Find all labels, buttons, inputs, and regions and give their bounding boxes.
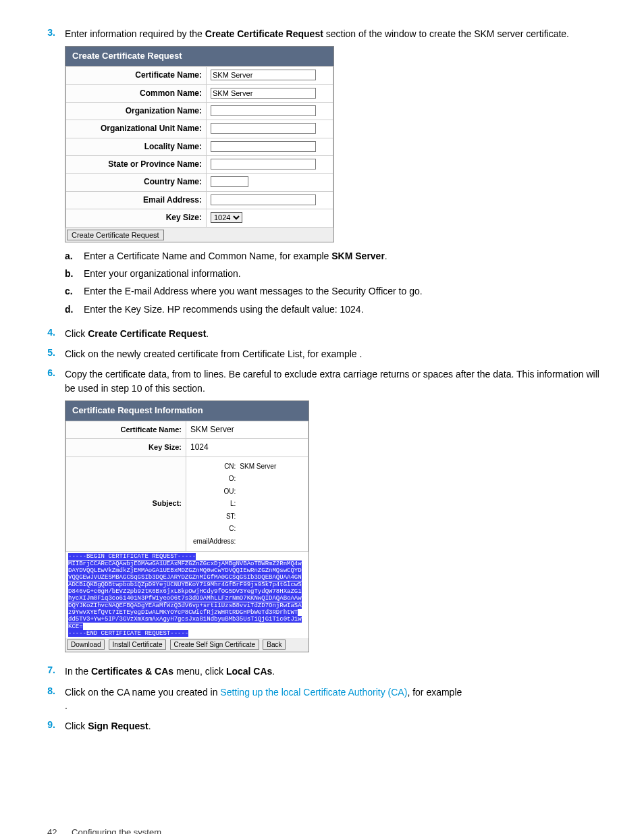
footer-title: Configuring the system <box>72 827 161 834</box>
step7-after: . <box>272 666 275 677</box>
info-label-keysize: Key Size: <box>66 439 186 457</box>
input-cert-name[interactable] <box>211 70 316 80</box>
step-3: 3. Enter information required by the Cre… <box>41 27 603 320</box>
substep-d: d. Enter the Key Size. HP recommends usi… <box>65 303 603 316</box>
step9-before: Click <box>65 721 88 731</box>
info-header: Certificate Request Information <box>65 401 308 421</box>
subject-ou <box>238 486 302 498</box>
step-6: 6. Copy the certificate data, from to li… <box>41 367 603 658</box>
step3-text-before: Enter information required by the <box>65 28 205 39</box>
info-value-keysize: 1024 <box>186 439 308 457</box>
label-email: Email Address: <box>66 191 207 209</box>
subject-c <box>238 523 302 535</box>
step-number: 4. <box>41 327 65 340</box>
subject-cn: SKM Server <box>238 461 302 473</box>
sub-num-c: c. <box>65 284 84 298</box>
info-label-subject: Subject: <box>66 457 186 552</box>
back-button[interactable]: Back <box>263 640 286 650</box>
step9-after: . <box>149 721 151 731</box>
step4-after: . <box>206 328 209 339</box>
input-ou-name[interactable] <box>211 123 316 134</box>
step-4: 4. Click Create Certificate Request. <box>41 327 603 340</box>
step-5: 5. Click on the newly created certificat… <box>41 347 603 361</box>
step-number: 7. <box>41 664 65 678</box>
step6-before: Copy the certificate data, from <box>65 369 194 380</box>
step-number: 6. <box>41 367 65 658</box>
step7-before: In the <box>65 666 91 677</box>
step4-bold: Create Certificate Request <box>88 328 206 339</box>
label-state: State or Province Name: <box>66 156 207 174</box>
step-number: 5. <box>41 347 65 361</box>
label-country: Country Name: <box>66 174 207 191</box>
subject-email <box>238 536 302 548</box>
step8-before: Click on the CA name you created in <box>65 687 220 698</box>
step-number: 3. <box>41 27 65 320</box>
step8-tail: . <box>65 700 68 711</box>
cert-pem-text[interactable]: -----BEGIN CERTIFICATE REQUEST----- MIIB… <box>65 552 308 638</box>
panel-header: Create Certificate Request <box>65 47 333 66</box>
step-8: 8. Click on the CA name you created in S… <box>41 685 603 713</box>
sub-c-text: Enter the E-mail Address where you want … <box>84 284 423 298</box>
label-keysize: Key Size: <box>66 209 207 227</box>
subject-o <box>238 473 302 485</box>
info-label-certname: Certificate Name: <box>66 421 186 438</box>
substep-a: a. Enter a Certificate Name and Common N… <box>65 249 603 263</box>
step-number: 8. <box>41 685 65 713</box>
sub-a-before: Enter a Certificate Name and Common Name… <box>84 251 331 261</box>
input-org-name[interactable] <box>211 105 316 116</box>
sub-num-d: d. <box>65 303 84 316</box>
step4-before: Click <box>65 328 88 339</box>
create-cert-request-button[interactable]: Create Certificate Request <box>67 230 164 240</box>
download-button[interactable]: Download <box>67 640 105 650</box>
self-sign-button[interactable]: Create Self Sign Certificate <box>170 640 260 650</box>
input-state[interactable] <box>211 159 316 170</box>
step3-bold: Create Certificate Request <box>205 28 323 39</box>
label-locality: Locality Name: <box>66 138 207 155</box>
subject-st <box>238 511 302 523</box>
ca-setup-link[interactable]: Setting up the local Certificate Authori… <box>220 687 407 698</box>
input-locality[interactable] <box>211 141 316 152</box>
page-number: 42 <box>47 827 57 834</box>
page-footer: 42 Configuring the system <box>41 827 603 834</box>
substep-b: b. Enter your organizational information… <box>65 267 603 280</box>
subject-l <box>238 498 302 510</box>
label-common-name: Common Name: <box>66 84 207 102</box>
step7-mid: menu, click <box>173 666 226 677</box>
info-value-certname: SKM Server <box>186 421 308 438</box>
step7-bold1: Certificates & CAs <box>91 666 173 677</box>
cert-request-info-panel: Certificate Request Information Certific… <box>65 400 309 652</box>
input-country[interactable] <box>211 176 248 187</box>
step8-after: , for example <box>407 687 462 698</box>
step7-bold2: Local CAs <box>226 666 272 677</box>
sub-b-text: Enter your organizational information. <box>84 267 241 280</box>
input-email[interactable] <box>211 194 316 205</box>
install-cert-button[interactable]: Install Certificate <box>109 640 167 650</box>
sub-num-a: a. <box>65 249 84 263</box>
step5-after: . <box>360 348 363 359</box>
sub-num-b: b. <box>65 267 84 280</box>
step5-before: Click on the newly created certificate f… <box>65 348 360 359</box>
label-cert-name: Certificate Name: <box>66 67 207 84</box>
input-common-name[interactable] <box>211 88 316 99</box>
label-org-name: Organization Name: <box>66 102 207 120</box>
sub-a-after: . <box>385 251 387 261</box>
substep-c: c. Enter the E-mail Address where you wa… <box>65 284 603 298</box>
create-cert-request-panel: Create Certificate Request Certificate N… <box>65 46 334 242</box>
step6-mid: to <box>194 369 205 380</box>
step-number: 9. <box>41 719 65 733</box>
step-7: 7. In the Certificates & CAs menu, click… <box>41 664 603 678</box>
sub-d-text: Enter the Key Size. HP recommends using … <box>84 303 364 316</box>
select-keysize[interactable]: 1024 <box>211 212 242 223</box>
label-ou-name: Organizational Unit Name: <box>66 120 207 138</box>
sub-a-bold: SKM Server <box>331 251 385 261</box>
step-9: 9. Click Sign Request. <box>41 719 603 733</box>
subject-table: CN:SKM Server O: OU: L: ST: C: emailAddr… <box>190 460 304 549</box>
step3-text-after: section of the window to create the SKM … <box>323 28 569 39</box>
step9-bold: Sign Request <box>88 721 148 731</box>
